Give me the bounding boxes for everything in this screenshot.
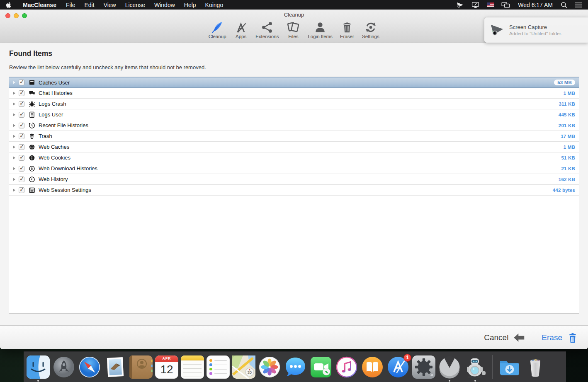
list-item-web-history[interactable]: Web History 162 KB [9,174,579,185]
history-clock-icon [28,122,35,129]
screen-capture-icon[interactable] [452,0,468,10]
disclosure-triangle-icon[interactable] [13,92,15,95]
list-item-logs-crash[interactable]: Logs Crash 311 KB [9,99,579,109]
menu-item-view[interactable]: View [99,0,121,10]
dock-app-store[interactable]: 1 [385,352,411,382]
menu-item-window[interactable]: Window [150,0,180,10]
checkbox[interactable] [19,187,24,193]
toolbar-label: Files [288,34,298,39]
maps-icon: 3D [232,355,255,379]
disclosure-triangle-icon[interactable] [13,81,15,84]
display-annotate-icon[interactable] [468,0,483,10]
toolbar-item-eraser[interactable]: Eraser [338,19,356,39]
checkbox[interactable] [19,144,24,150]
notes-icon [181,355,204,379]
dock: APR 12 3D 1 [24,351,566,382]
document-lines-icon [28,111,35,118]
erase-button[interactable]: Erase [525,332,578,343]
list-item-recent-file-histories[interactable]: Recent File Histories 201 KB [9,120,579,131]
list-item-chat-histories[interactable]: Chat Histories 1 MB [9,88,579,99]
checkbox[interactable] [19,176,24,182]
menu-clock[interactable]: Wed 6:17 AM [514,2,557,8]
menu-bar: MacCleanse File Edit View License Window… [0,0,588,10]
disclosure-triangle-icon[interactable] [13,156,15,160]
launchpad-icon [52,355,75,379]
list-item-web-download-histories[interactable]: Web Download Histories 21 KB [9,163,579,174]
checkbox[interactable] [19,166,24,172]
facetime-icon [309,355,333,379]
dock-gray-utility[interactable] [437,352,462,382]
safari-icon [78,355,101,379]
apple-menu[interactable] [0,0,18,10]
checkbox[interactable] [19,123,24,128]
dock-itunes[interactable] [334,352,360,382]
disclosure-triangle-icon[interactable] [13,189,15,192]
disclosure-triangle-icon[interactable] [13,167,15,170]
window-content: Found Items Review the list below carefu… [0,43,588,325]
checkbox[interactable] [19,155,24,161]
toolbar-item-settings[interactable]: Settings [362,19,380,39]
list-item-logs-user[interactable]: Logs User 445 KB [9,109,579,120]
disclosure-triangle-icon[interactable] [13,145,15,149]
mail-icon [104,355,127,379]
dock-finder[interactable] [25,352,51,382]
list-item-web-session-settings[interactable]: Web Session Settings 442 bytes [9,185,579,196]
toolbar-item-cleanup[interactable]: Cleanup [208,19,226,39]
sync-circle-icon [364,19,377,34]
dock-photos[interactable] [257,352,282,382]
dock-launchpad[interactable] [51,352,77,382]
dock-maccleanse[interactable] [462,352,488,382]
info-circle-icon [28,154,35,161]
checkbox[interactable] [19,101,24,107]
notification-body: Added to "Unfiled" folder. [509,31,562,36]
notification-banner[interactable]: Screen Capture Added to "Unfiled" folder… [484,17,588,43]
us-flag-icon[interactable] [483,0,498,10]
svg-text:3D: 3D [248,370,252,375]
checkbox[interactable] [19,90,24,96]
dock-ibooks[interactable] [360,352,385,382]
list-item-size: 311 KB [559,102,575,106]
spotlight-icon[interactable] [557,0,571,10]
menu-item-license[interactable]: License [121,0,150,10]
dock-facetime[interactable] [308,352,334,382]
menu-item-help[interactable]: Help [180,0,201,10]
list-item-web-caches[interactable]: Web Caches 1 MB [9,142,579,152]
menu-item-file[interactable]: File [61,0,80,10]
checkbox[interactable] [19,133,24,139]
menu-item-koingo[interactable]: Koingo [201,0,228,10]
screen-sharing-icon[interactable] [498,0,514,10]
dock-calendar[interactable]: APR 12 [154,352,180,382]
disclosure-triangle-icon[interactable] [13,178,15,181]
checkbox[interactable] [19,80,24,85]
toolbar-label: Extensions [255,34,279,39]
toolbar-item-files[interactable]: Files [284,19,302,39]
cancel-button[interactable]: Cancel [484,333,525,343]
disclosure-triangle-icon[interactable] [13,124,15,127]
chat-bubbles-icon [28,89,35,97]
menu-item-maccleanse[interactable]: MacCleanse [18,0,61,10]
toolbar-item-login-items[interactable]: Login Items [308,19,332,39]
list-item-trash[interactable]: Trash 17 MB [9,131,579,142]
list-item-label: Logs User [39,111,63,118]
dock-downloads[interactable] [497,352,522,382]
dock-messages[interactable] [282,352,308,382]
dock-safari[interactable] [77,352,102,382]
list-item-web-cookies[interactable]: Web Cookies 51 KB [9,152,579,163]
disclosure-triangle-icon[interactable] [13,102,15,106]
dock-system-preferences[interactable] [411,352,437,382]
list-item-caches-user[interactable]: Caches User 53 MB [9,77,579,88]
dock-reminders[interactable] [205,352,231,382]
messages-icon [284,355,307,379]
disclosure-triangle-icon[interactable] [13,113,15,116]
toolbar-item-apps[interactable]: Apps [232,19,250,39]
menu-item-edit[interactable]: Edit [80,0,99,10]
dock-notes[interactable] [180,352,205,382]
dock-trash[interactable] [522,352,548,382]
toolbar-item-extensions[interactable]: Extensions [255,19,279,39]
notification-center-icon[interactable] [571,0,588,10]
checkbox[interactable] [19,112,24,118]
dock-mail[interactable] [102,352,128,382]
dock-contacts[interactable] [128,352,154,382]
dock-maps[interactable]: 3D [231,352,257,382]
disclosure-triangle-icon[interactable] [13,135,15,138]
